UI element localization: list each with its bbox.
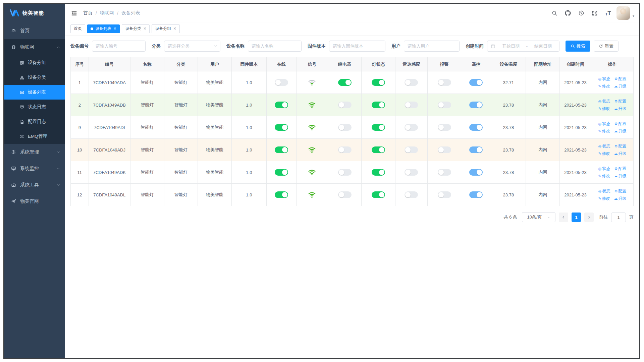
github-icon[interactable] (563, 8, 573, 18)
online-toggle[interactable] (275, 146, 288, 153)
search-button[interactable]: 搜索 (566, 41, 590, 52)
reset-button[interactable]: 重置 (594, 41, 619, 52)
row-action-修改[interactable]: ✎修改 (598, 106, 610, 112)
remote-toggle[interactable] (469, 191, 483, 198)
filter-input-4[interactable] (404, 41, 460, 52)
help-icon[interactable] (576, 8, 586, 18)
light-toggle[interactable] (372, 146, 385, 153)
goto-page-input[interactable] (611, 213, 626, 222)
relay-toggle[interactable] (338, 79, 352, 86)
alarm-toggle[interactable] (438, 124, 451, 131)
row-action-升级[interactable]: ☁升级 (614, 196, 627, 201)
row-action-配置[interactable]: ⚙配置 (614, 143, 626, 149)
row-action-修改[interactable]: ✎修改 (598, 151, 610, 157)
font-size-icon[interactable]: TT (603, 8, 613, 18)
alarm-toggle[interactable] (438, 79, 451, 86)
sidebar-item-2[interactable]: 系统管理 (4, 144, 65, 160)
row-action-状态[interactable]: ◎状态 (598, 166, 610, 172)
tab-1[interactable]: 设备列表 ✕ (87, 24, 120, 33)
remote-toggle[interactable] (469, 146, 483, 153)
row-action-修改[interactable]: ✎修改 (598, 83, 610, 89)
light-toggle[interactable] (372, 124, 385, 131)
prev-page-button[interactable] (559, 213, 568, 222)
sidebar-subitem-1[interactable]: 设备分类 (4, 70, 65, 85)
light-toggle[interactable] (372, 79, 385, 86)
tab-close-icon[interactable]: ✕ (173, 27, 176, 31)
row-action-升级[interactable]: ☁升级 (614, 83, 627, 89)
online-toggle[interactable] (275, 124, 288, 131)
radar-toggle[interactable] (405, 169, 418, 176)
radar-toggle[interactable] (405, 146, 418, 153)
fullscreen-icon[interactable] (590, 8, 600, 18)
alarm-toggle[interactable] (438, 146, 451, 153)
page-number-button[interactable]: 1 (572, 213, 581, 222)
relay-toggle[interactable] (338, 124, 352, 131)
filter-input-0[interactable] (92, 41, 146, 52)
radar-toggle[interactable] (405, 124, 418, 131)
sidebar-item-0[interactable]: 首页 (4, 22, 65, 39)
search-icon[interactable] (549, 8, 559, 18)
filter-input-3[interactable] (329, 41, 385, 52)
page-size-select[interactable]: 10条/页 (522, 212, 555, 222)
row-action-修改[interactable]: ✎修改 (598, 128, 610, 134)
radar-toggle[interactable] (405, 102, 418, 108)
radar-toggle[interactable] (405, 191, 418, 198)
logo[interactable]: 物美智能 (4, 4, 65, 22)
date-range-picker[interactable]: 开始日期 - 结束日期 (487, 41, 559, 52)
tab-3[interactable]: 设备分组 ✕ (152, 24, 179, 33)
row-action-修改[interactable]: ✎修改 (598, 196, 610, 201)
sidebar-subitem-0[interactable]: 设备分组 (4, 55, 65, 70)
sidebar-item-1[interactable]: 物联网 (4, 39, 65, 55)
user-avatar[interactable] (616, 6, 630, 20)
row-action-升级[interactable]: ☁升级 (614, 151, 627, 157)
row-action-配置[interactable]: ⚙配置 (614, 76, 626, 82)
relay-toggle[interactable] (338, 146, 352, 153)
row-action-状态[interactable]: ◎状态 (598, 76, 610, 82)
row-action-修改[interactable]: ✎修改 (598, 173, 610, 179)
sidebar-item-4[interactable]: 系统工具 (4, 177, 65, 193)
relay-toggle[interactable] (338, 102, 352, 108)
remote-toggle[interactable] (469, 169, 483, 176)
row-action-状态[interactable]: ◎状态 (598, 121, 610, 127)
online-toggle[interactable] (275, 79, 288, 86)
row-action-状态[interactable]: ◎状态 (598, 99, 610, 104)
sidebar-item-3[interactable]: 系统监控 (4, 160, 65, 177)
online-toggle[interactable] (275, 191, 288, 198)
breadcrumb-item-0[interactable]: 首页 (83, 10, 93, 16)
sidebar-subitem-4[interactable]: 配置日志 (4, 114, 65, 129)
online-toggle[interactable] (275, 169, 288, 176)
light-toggle[interactable] (372, 191, 385, 198)
online-toggle[interactable] (275, 102, 288, 108)
next-page-button[interactable] (584, 213, 594, 222)
tab-2[interactable]: 设备分类 ✕ (122, 24, 150, 33)
avatar-dropdown-caret-icon[interactable]: ▾ (633, 14, 634, 20)
sidebar-subitem-2[interactable]: 设备列表 (4, 85, 65, 100)
row-action-配置[interactable]: ⚙配置 (614, 99, 626, 104)
alarm-toggle[interactable] (438, 102, 451, 108)
row-action-状态[interactable]: ◎状态 (598, 188, 610, 194)
relay-toggle[interactable] (338, 191, 352, 198)
row-action-升级[interactable]: ☁升级 (614, 128, 627, 134)
filter-select-1[interactable] (164, 41, 220, 52)
sidebar-collapse-icon[interactable] (70, 9, 78, 17)
sidebar-subitem-3[interactable]: 状态日志 (4, 100, 65, 114)
remote-toggle[interactable] (469, 102, 483, 108)
alarm-toggle[interactable] (438, 191, 451, 198)
row-action-配置[interactable]: ⚙配置 (614, 188, 626, 194)
tab-0[interactable]: 首页 (70, 24, 85, 33)
relay-toggle[interactable] (338, 169, 352, 176)
remote-toggle[interactable] (469, 79, 483, 86)
sidebar-subitem-5[interactable]: EMQ管理 (4, 129, 65, 144)
filter-input-2[interactable] (248, 41, 302, 52)
select-value[interactable] (164, 41, 220, 52)
row-action-升级[interactable]: ☁升级 (614, 106, 627, 112)
tab-close-icon[interactable]: ✕ (113, 27, 116, 31)
light-toggle[interactable] (372, 102, 385, 108)
radar-toggle[interactable] (405, 79, 418, 86)
remote-toggle[interactable] (469, 124, 483, 131)
alarm-toggle[interactable] (438, 169, 451, 176)
sidebar-item-5[interactable]: 物美官网 (4, 193, 65, 209)
row-action-升级[interactable]: ☁升级 (614, 173, 627, 179)
row-action-配置[interactable]: ⚙配置 (614, 166, 626, 172)
row-action-配置[interactable]: ⚙配置 (614, 121, 626, 127)
